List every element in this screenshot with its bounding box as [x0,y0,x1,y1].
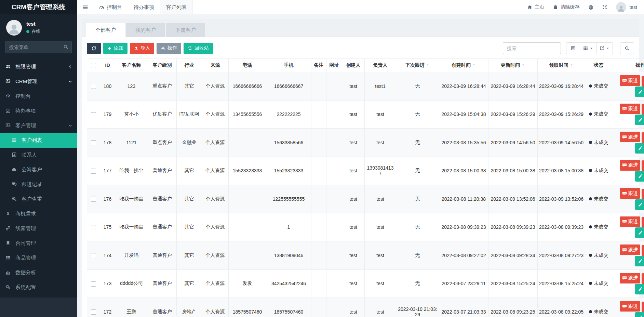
cell-owner: test [365,298,396,317]
row-checkbox[interactable] [91,197,96,202]
to-public-sea-button[interactable]: 公海 [642,273,644,284]
add-button[interactable]: 添加 [103,43,128,54]
row-checkbox[interactable] [91,84,96,89]
cell-industry: 其它 [177,72,202,101]
follow-up-button[interactable]: 跟进 [620,273,640,283]
fullscreen-button[interactable] [602,5,607,10]
export-button[interactable] [596,42,613,54]
edit-button[interactable] [635,256,644,266]
edit-button[interactable] [635,312,644,317]
search-button[interactable] [620,42,634,54]
row-checkbox[interactable] [91,309,96,315]
column-header-check[interactable] [87,59,100,72]
column-header-next_follow[interactable]: 下次跟进 [396,59,439,72]
to-public-sea-button[interactable]: 公海 [642,132,644,143]
sidebar-item[interactable]: 客户列表 [0,133,77,148]
edit-button[interactable] [635,171,644,182]
sidebar-menu: 权限管理CRM管理控制台待办事项客户管理客户列表联系人公海客户跟进记录客户查重¥… [0,58,77,298]
sidebar-item[interactable]: 公海客户 [0,162,77,177]
row-checkbox[interactable] [91,112,96,117]
chevron-down-icon [68,80,72,83]
to-public-sea-button[interactable]: 公海 [642,189,644,199]
select-all-checkbox[interactable] [91,63,96,68]
sidebar-item[interactable]: 客户管理 [0,118,77,133]
sidebar-item[interactable]: 商品管理 [0,251,77,265]
sidebar-item[interactable]: ¥商机需求 [0,207,77,221]
column-header-updated[interactable]: 更新时间 [488,59,538,72]
tab-all-customers[interactable]: 全部客户 [86,23,125,37]
cell-phone: 16666666666 [229,72,266,101]
edit-button[interactable] [635,87,644,97]
columns-button[interactable] [580,42,596,54]
sidebar-item[interactable]: CRM管理 [0,74,77,89]
follow-up-button[interactable]: 跟进 [620,301,640,312]
sidebar-item[interactable]: 线索管理 [0,221,77,236]
row-checkbox[interactable] [91,253,96,258]
cell-created: 2022-03-08 09:39:23 [439,213,488,241]
row-checkbox[interactable] [91,169,96,174]
status-dot-icon [589,254,592,257]
cell-note [311,100,326,129]
sidebar-item[interactable]: 客户查重 [0,192,77,207]
language-button[interactable] [588,5,593,10]
column-header-received[interactable]: 领取时间 [538,59,585,72]
cell-industry: 其它 [177,241,202,270]
cell-status: 未成交 [585,241,612,270]
clear-cache-link[interactable]: 清除缓存 [553,4,579,10]
follow-up-button[interactable]: 跟进 [620,160,640,171]
menu-search-input[interactable] [5,41,72,53]
online-dot-icon [26,30,29,33]
edit-button[interactable] [635,227,644,238]
operate-button[interactable]: 操作 [157,43,181,54]
cell-level: 普通客户 [148,157,177,185]
follow-up-button[interactable]: 跟进 [620,188,640,199]
refresh-button[interactable] [87,43,101,54]
follow-up-button[interactable]: 跟进 [620,132,640,142]
sidebar-item[interactable]: 合同管理 [0,236,77,251]
sidebar-item[interactable]: 待办事项 [0,104,77,118]
cell-status: 未成交 [585,185,612,213]
tab-my-customers[interactable]: 我的客户 [126,23,165,37]
edit-button[interactable] [635,284,644,294]
follow-up-button[interactable]: 跟进 [620,75,640,86]
cell-note [311,157,326,185]
sidebar-item[interactable]: 数据分析 [0,265,77,280]
cell-actions: 跟进公海 [612,213,644,241]
row-checkbox[interactable] [91,281,96,287]
tab-subordinate-customers[interactable]: 下属客户 [166,23,205,37]
sidebar-item[interactable]: 权限管理 [0,60,77,74]
to-public-sea-button[interactable]: 公海 [642,76,644,87]
pencil-icon [638,174,643,179]
to-public-sea-button[interactable]: 公海 [642,217,644,227]
nav-tab-customer-list[interactable]: 客户列表 [160,0,193,14]
to-public-sea-button[interactable]: 公海 [642,245,644,256]
recycle-bin-button[interactable]: 回收站 [184,43,213,54]
toggle-view-button[interactable] [566,42,580,54]
edit-button[interactable] [635,199,644,210]
to-public-sea-button[interactable]: 公海 [642,160,644,171]
nav-tab-dashboard[interactable]: 控制台 [93,0,128,14]
column-header-created[interactable]: 创建时间 [439,59,488,72]
follow-up-button[interactable]: 跟进 [620,216,640,227]
user-menu[interactable]: test [616,2,637,12]
cell-name: 123 [115,72,148,101]
sidebar-toggle-button[interactable] [77,0,93,14]
to-public-sea-button[interactable]: 公海 [642,104,644,115]
follow-up-button[interactable]: 跟进 [620,104,640,114]
follow-up-button[interactable]: 跟进 [620,245,640,255]
sidebar-item[interactable]: 跟进记录 [0,177,77,192]
sidebar-item[interactable]: 控制台 [0,89,77,104]
row-checkbox[interactable] [91,225,96,230]
edit-button[interactable] [635,143,644,154]
table-search-input[interactable] [503,42,561,54]
row-checkbox[interactable] [91,140,96,145]
sidebar-item[interactable]: 联系人 [0,148,77,162]
top-navbar: 控制台 待办事项 客户列表 主页 清除缓存 [77,0,644,14]
to-public-sea-button[interactable]: 公海 [642,302,644,312]
edit-button[interactable] [635,115,644,125]
home-link[interactable]: 主页 [527,4,544,10]
import-button[interactable]: 导入 [130,43,154,54]
nav-tab-todo[interactable]: 待办事项 [128,0,160,14]
sidebar-item[interactable]: 系统配置 [0,280,77,295]
search-icon [625,46,630,51]
